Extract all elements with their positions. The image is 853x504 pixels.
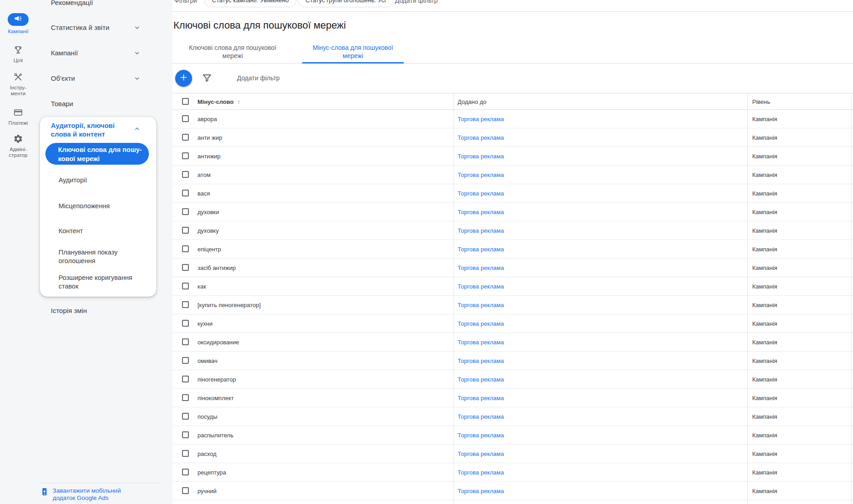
added-to-campaign-link[interactable]: Торгова реклама: [458, 116, 504, 122]
row-checkbox[interactable]: [182, 283, 189, 289]
sidebar-item-insights-reports[interactable]: Статистика й звіти: [36, 22, 173, 33]
added-to-campaign-link[interactable]: Торгова реклама: [458, 450, 504, 457]
table-row: епіцентр Торгова реклама Кампанія: [173, 240, 853, 259]
add-negative-keyword-button[interactable]: [175, 70, 192, 87]
rail-item-tools[interactable]: Інстру- менти: [0, 72, 36, 97]
rail-item-admin[interactable]: Адміні- стратор: [0, 134, 36, 158]
added-to-campaign-link[interactable]: Торгова реклама: [458, 488, 504, 494]
sidebar-subitem-ad-schedule[interactable]: Планування показу оголошення: [59, 248, 147, 265]
sidebar-item-change-history[interactable]: Історія змін: [51, 307, 87, 314]
added-to-campaign-link[interactable]: Торгова реклама: [458, 357, 504, 364]
level-cell: Кампанія: [752, 302, 777, 308]
rail-label: Інстру- менти: [0, 85, 36, 97]
table-row: кухни Торгова реклама Кампанія: [173, 314, 853, 333]
added-to-campaign-link[interactable]: Торгова реклама: [458, 209, 504, 215]
main-content: Фільтри Статус кампанії: Увімкнено Стату…: [173, 0, 853, 504]
table-row: рецептура Торгова реклама Кампанія: [173, 463, 853, 482]
level-cell: Кампанія: [752, 134, 777, 141]
table-row: піногенератор Торгова реклама Кампанія: [173, 370, 853, 389]
added-to-campaign-link[interactable]: Торгова реклама: [458, 320, 504, 327]
rail-item-campaigns[interactable]: Кампанії: [0, 13, 36, 34]
added-to-campaign-link[interactable]: Торгова реклама: [458, 339, 504, 346]
sidebar-subitem-search-keywords-selected[interactable]: Ключові слова для пошу- кової мережі: [45, 143, 149, 165]
row-checkbox[interactable]: [182, 152, 189, 159]
added-to-campaign-link[interactable]: Торгова реклама: [458, 134, 504, 141]
filter-funnel-icon[interactable]: [202, 73, 213, 84]
column-header-added-to[interactable]: Додано до: [458, 98, 487, 105]
tab-negative-search-keywords[interactable]: Мінус-слова для пошукової мережі: [293, 37, 413, 64]
row-checkbox[interactable]: [182, 245, 189, 252]
added-to-campaign-link[interactable]: Торгова реклама: [458, 283, 504, 290]
row-checkbox[interactable]: [182, 320, 189, 327]
level-cell: Кампанія: [752, 320, 777, 327]
row-checkbox[interactable]: [182, 227, 189, 234]
row-checkbox[interactable]: [182, 357, 189, 364]
download-mobile-app-link[interactable]: Завантажити мобільний додаток Google Ads: [40, 487, 121, 502]
row-checkbox[interactable]: [182, 338, 189, 345]
added-to-campaign-link[interactable]: Торгова реклама: [458, 246, 504, 253]
negative-keyword-cell: ручний: [197, 488, 217, 494]
added-to-campaign-link[interactable]: Торгова реклама: [458, 469, 504, 476]
sidebar-subitem-content[interactable]: Контент: [59, 227, 147, 235]
rail-item-billing[interactable]: Платежі: [0, 108, 36, 126]
row-checkbox[interactable]: [182, 376, 189, 382]
filter-chip-campaign-status[interactable]: Статус кампанії: Увімкнено: [204, 0, 296, 7]
select-all-checkbox[interactable]: [182, 98, 189, 105]
negative-keyword-cell: духовки: [197, 209, 219, 215]
added-to-campaign-link[interactable]: Торгова реклама: [458, 153, 504, 160]
added-to-campaign-link[interactable]: Торгова реклама: [458, 376, 504, 383]
row-checkbox[interactable]: [182, 394, 189, 401]
added-to-campaign-link[interactable]: Торгова реклама: [458, 264, 504, 271]
row-checkbox[interactable]: [182, 301, 189, 308]
row-checkbox[interactable]: [182, 208, 189, 215]
row-checkbox[interactable]: [182, 413, 189, 420]
sidebar-item-label: Об’єкти: [51, 73, 75, 84]
expanded-nav-group-card: Аудиторії, ключові слова й контент Ключо…: [40, 117, 156, 297]
level-cell: Кампанія: [752, 376, 777, 383]
row-checkbox[interactable]: [182, 134, 189, 141]
added-to-campaign-link[interactable]: Торгова реклама: [458, 395, 504, 401]
added-to-campaign-link[interactable]: Торгова реклама: [458, 227, 504, 234]
chevron-down-icon: [133, 49, 141, 59]
app-rail: Кампанії Цілі Інстру- менти Платежі Адмі: [0, 0, 36, 504]
filters-label: Фільтри: [174, 0, 197, 4]
row-checkbox[interactable]: [182, 431, 189, 438]
sidebar-item-campaigns[interactable]: Кампанії: [36, 48, 173, 59]
sidebar-item-assets[interactable]: Об’єкти: [36, 73, 173, 84]
sidebar-subitem-advanced-bid-adjustments[interactable]: Розширене коригування ставок: [59, 274, 147, 291]
row-checkbox[interactable]: [182, 115, 189, 122]
chevron-down-icon: [133, 75, 141, 84]
table-row: духовку Торгова реклама Кампанія: [173, 221, 853, 240]
added-to-campaign-link[interactable]: Торгова реклама: [458, 302, 504, 308]
added-to-campaign-link[interactable]: Торгова реклама: [458, 190, 504, 197]
rail-label: Кампанії: [0, 29, 36, 34]
level-cell: Кампанія: [752, 246, 777, 253]
row-checkbox[interactable]: [182, 450, 189, 457]
tab-search-keywords[interactable]: Ключові слова для пошукової мережі: [173, 37, 293, 64]
sidebar-subitem-audiences[interactable]: Аудиторії: [59, 176, 147, 185]
level-cell: Кампанія: [752, 450, 777, 457]
row-checkbox[interactable]: [182, 469, 189, 475]
level-cell: Кампанія: [752, 171, 777, 178]
row-checkbox[interactable]: [182, 264, 189, 271]
add-filter-top-button[interactable]: Додати фільтр: [395, 0, 438, 4]
added-to-campaign-link[interactable]: Торгова реклама: [458, 171, 504, 178]
tab-label: Мінус-слова для пошукової мережі: [304, 44, 402, 60]
column-header-level[interactable]: Рівень: [752, 98, 770, 105]
table-row: пінокомплект Торгова реклама Кампанія: [173, 389, 853, 407]
added-to-campaign-link[interactable]: Торгова реклама: [458, 432, 504, 439]
row-checkbox[interactable]: [182, 190, 189, 196]
sidebar-subitem-locations[interactable]: Місцеположення: [59, 202, 147, 210]
column-header-negative-keyword[interactable]: Мінус-слово↑: [197, 98, 240, 105]
negative-keyword-cell: антижир: [197, 153, 221, 160]
table-row: аврора Торгова реклама Кампанія: [173, 110, 853, 128]
sidebar-item-recommendations[interactable]: Рекомендації: [36, 0, 173, 8]
row-checkbox[interactable]: [182, 171, 189, 178]
add-filter-button[interactable]: Додати фільтр: [237, 74, 280, 82]
added-to-campaign-link[interactable]: Торгова реклама: [458, 413, 504, 420]
sidebar-item-products[interactable]: Товари: [36, 98, 173, 109]
rail-item-goals[interactable]: Цілі: [0, 45, 36, 64]
level-cell: Кампанія: [752, 283, 777, 290]
row-checkbox[interactable]: [182, 487, 189, 494]
filter-chip-ad-group-status[interactable]: Статус групи оголошень: Усі: [298, 0, 394, 7]
